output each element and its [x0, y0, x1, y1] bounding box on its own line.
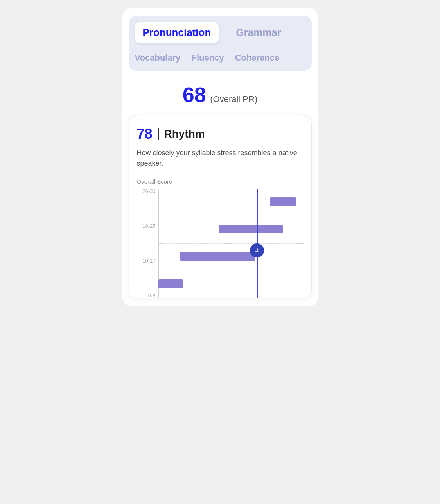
card-header: 78 Rhythm: [137, 126, 304, 142]
overall-pr-label: (Overall PR): [210, 94, 257, 104]
y-label-26-30: 26-30: [137, 189, 156, 194]
tab-fluency[interactable]: Fluency: [191, 51, 224, 64]
tab-grammar[interactable]: Grammar: [228, 22, 289, 43]
tabs-row-bottom: Vocabulary Fluency Coherence: [135, 51, 305, 64]
y-labels: 26-30 18-25 10-17 0-9: [137, 189, 156, 298]
bar-10-17: [180, 252, 255, 261]
chart-area: 26-30 18-25 10-17 0-9: [137, 189, 304, 298]
overall-pr-section: 68 (Overall PR): [122, 71, 318, 113]
y-label-18-25: 18-25: [137, 223, 156, 229]
chart-label: Overall Score: [137, 178, 304, 185]
score-card: 78 Rhythm How closely your syllable stre…: [129, 116, 312, 298]
tab-coherence[interactable]: Coherence: [235, 51, 280, 64]
bar-18-25: [219, 225, 283, 233]
card-title: Rhythm: [164, 128, 205, 140]
tabs-section: Pronunciation Grammar Vocabulary Fluency…: [129, 16, 312, 71]
grid-line-1: [158, 216, 304, 216]
card-description: How closely your syllable stress resembl…: [137, 148, 304, 169]
y-label-0-9: 0-9: [137, 293, 156, 298]
y-label-10-17: 10-17: [137, 258, 156, 263]
bar-26-30: [270, 197, 296, 206]
tab-vocabulary[interactable]: Vocabulary: [135, 51, 181, 64]
grid-line-3: [158, 271, 304, 271]
grid-line-2: [158, 243, 304, 244]
tab-pronunciation[interactable]: Pronunciation: [135, 22, 219, 43]
card-score: 78: [137, 126, 153, 142]
overall-pr-score: 68: [183, 83, 206, 106]
bar-0-9: [158, 279, 183, 288]
chart-inner: 26-30 18-25 10-17 0-9: [158, 189, 304, 298]
card-divider: [158, 128, 159, 140]
chart-container: Overall Score 26-30 18-25 10-: [137, 178, 304, 298]
tabs-row-top: Pronunciation Grammar: [135, 22, 305, 43]
app-container: Pronunciation Grammar Vocabulary Fluency…: [122, 8, 318, 306]
flag-icon: [250, 243, 264, 257]
